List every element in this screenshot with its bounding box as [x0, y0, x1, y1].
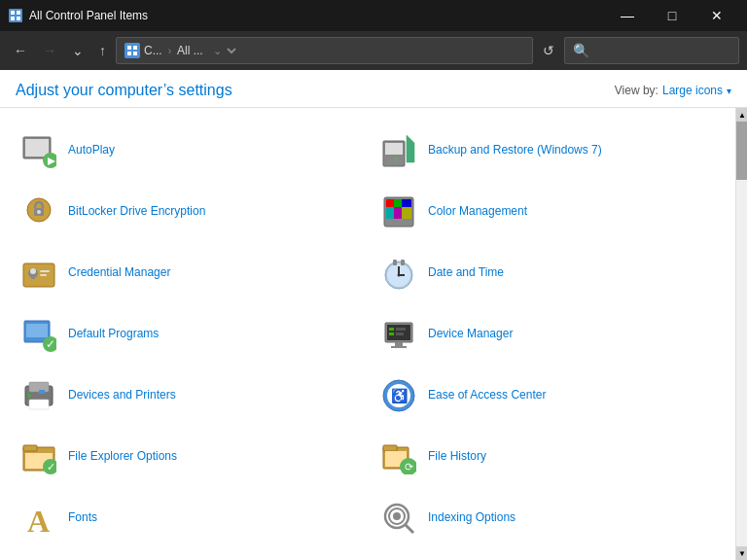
datetime-icon [379, 254, 418, 293]
control-item-file-explorer[interactable]: ✓ File Explorer Options [8, 426, 368, 487]
up-button[interactable]: ↑ [93, 39, 112, 62]
control-item-indexing[interactable]: Indexing Options [368, 487, 728, 548]
viewby-value[interactable]: Large icons [662, 84, 723, 97]
defaultprograms-icon: ✓ [19, 315, 58, 354]
svg-point-38 [398, 273, 401, 276]
address-bar[interactable]: C... › All ... ⌄ [116, 37, 533, 64]
control-item-file-history[interactable]: ⟳ File History [368, 426, 728, 487]
refresh-button[interactable]: ↺ [537, 43, 560, 58]
bitlocker-icon [19, 192, 58, 231]
control-label-device-manager: Device Manager [428, 327, 513, 342]
svg-rect-55 [29, 400, 49, 409]
control-item-ease-access[interactable]: ♿ Ease of Access Center [368, 365, 728, 426]
svg-rect-52 [396, 332, 404, 335]
control-item-bitlocker[interactable]: BitLocker Drive Encryption [8, 181, 368, 242]
control-item-backup[interactable]: ↺ Backup and Restore (Windows 7) [368, 120, 728, 181]
control-label-fonts: Fonts [68, 510, 97, 526]
svg-text:♿: ♿ [391, 388, 409, 404]
svg-rect-48 [391, 346, 407, 348]
svg-rect-62 [23, 445, 37, 451]
close-button[interactable]: ✕ [694, 0, 739, 31]
titlebar: All Control Panel Items — □ ✕ [0, 0, 747, 31]
svg-rect-50 [389, 332, 394, 335]
viewby-chevron-icon[interactable]: ▾ [727, 86, 731, 96]
svg-rect-1 [11, 11, 15, 15]
filehistory-icon: ⟳ [379, 438, 418, 476]
svg-rect-32 [40, 270, 50, 272]
address-separator: › [168, 46, 171, 56]
svg-rect-67 [383, 445, 397, 451]
control-label-indexing: Indexing Options [428, 510, 516, 526]
window-controls: — □ ✕ [605, 0, 739, 31]
svg-rect-7 [133, 46, 137, 50]
svg-point-75 [393, 512, 401, 520]
svg-text:✓: ✓ [46, 337, 55, 351]
control-label-file-history: File History [428, 449, 486, 465]
svg-line-74 [406, 525, 413, 533]
control-item-color[interactable]: Color Management [368, 181, 728, 242]
back-button[interactable]: ← [8, 39, 33, 62]
fileexplorer-icon: ✓ [19, 438, 58, 476]
control-item-datetime[interactable]: Date and Time [368, 242, 728, 303]
search-box[interactable]: 🔍 [564, 37, 739, 64]
svg-text:↺: ↺ [392, 156, 399, 164]
scroll-down-button[interactable]: ▼ [736, 546, 747, 560]
control-item-device-manager[interactable]: Device Manager [368, 303, 728, 365]
control-label-default-programs: Default Programs [68, 327, 159, 342]
scroll-track[interactable] [736, 122, 747, 546]
address-part2: All ... [177, 44, 203, 57]
control-label-autoplay: AutoPlay [68, 143, 115, 158]
svg-rect-8 [127, 52, 131, 55]
svg-rect-4 [17, 17, 20, 20]
svg-rect-31 [31, 274, 35, 279]
content-header: Adjust your computer’s settings View by:… [0, 70, 747, 108]
control-item-autoplay[interactable]: AutoPlay [8, 120, 368, 181]
viewby-label: View by: [615, 84, 658, 97]
color-icon [379, 192, 418, 231]
window-title: All Control Panel Items [29, 9, 605, 22]
svg-point-19 [37, 210, 41, 214]
svg-rect-6 [127, 46, 131, 50]
control-item-credential[interactable]: Credential Manager [8, 242, 368, 303]
forward-button[interactable]: → [37, 39, 62, 62]
control-label-credential: Credential Manager [68, 265, 170, 281]
svg-rect-33 [40, 274, 47, 276]
control-item-default-programs[interactable]: ✓ Default Programs [8, 303, 368, 365]
svg-rect-11 [25, 139, 49, 157]
svg-rect-3 [11, 17, 15, 20]
search-icon: 🔍 [573, 43, 589, 58]
main-content: Adjust your computer’s settings View by:… [0, 70, 747, 560]
control-label-color: Color Management [428, 204, 527, 220]
app-icon [8, 8, 23, 23]
address-icon [124, 43, 140, 58]
view-by-control: View by: Large icons ▾ [615, 84, 731, 97]
svg-text:✓: ✓ [47, 461, 55, 472]
scroll-up-button[interactable]: ▲ [736, 108, 747, 122]
autoplay-icon [19, 131, 58, 170]
control-item-fonts[interactable]: A Fonts [8, 487, 368, 548]
control-label-backup: Backup and Restore (Windows 7) [428, 143, 602, 158]
control-panel-grid: AutoPlay ↺ Backup and Restore (Windows 7… [0, 108, 735, 560]
control-label-file-explorer: File Explorer Options [68, 449, 177, 465]
indexing-icon [379, 499, 418, 538]
devicemanager-icon [379, 315, 418, 354]
scrollbar[interactable]: ▲ ▼ [735, 108, 747, 560]
scroll-thumb[interactable] [736, 122, 747, 180]
maximize-button[interactable]: □ [650, 0, 694, 31]
svg-rect-27 [402, 207, 411, 219]
svg-rect-40 [401, 260, 405, 265]
address-part1: C... [144, 44, 162, 57]
address-dropdown[interactable]: ⌄ [207, 42, 239, 59]
control-label-devices-printers: Devices and Printers [68, 388, 176, 403]
control-label-datetime: Date and Time [428, 265, 504, 281]
control-item-devices-printers[interactable]: Devices and Printers [8, 365, 368, 426]
page-title: Adjust your computer’s settings [16, 82, 232, 99]
easeaccess-icon: ♿ [379, 376, 418, 415]
backup-icon: ↺ [379, 131, 418, 170]
svg-rect-23 [394, 199, 402, 207]
recent-locations-button[interactable]: ⌄ [66, 39, 89, 62]
svg-text:⟳: ⟳ [405, 461, 413, 472]
svg-rect-25 [386, 207, 394, 219]
svg-point-57 [27, 394, 31, 398]
minimize-button[interactable]: — [605, 0, 650, 31]
